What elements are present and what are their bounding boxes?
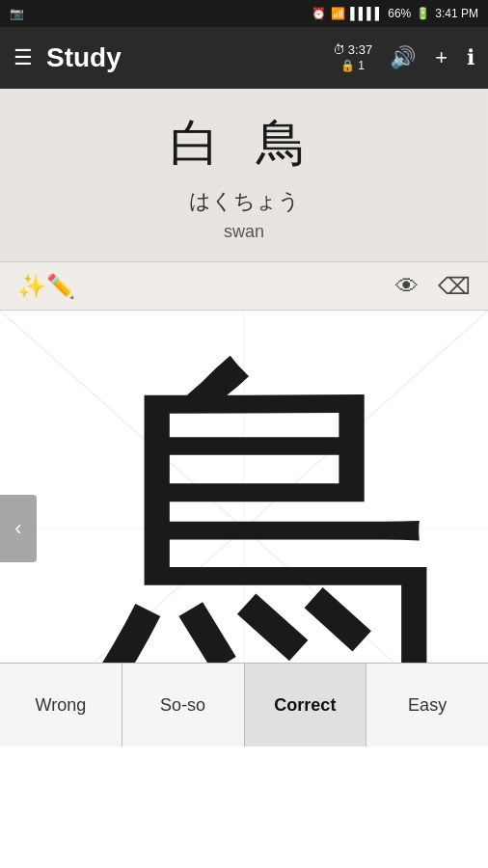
nav-actions: 🔊 + ℹ xyxy=(390,45,474,70)
easy-label: Easy xyxy=(408,695,447,716)
tool-bar: ✨✏️ 👁 ⌫ xyxy=(0,262,488,311)
timer-display: ⏱ 3:37 🔒 1 xyxy=(333,42,372,73)
add-icon[interactable]: + xyxy=(435,45,447,70)
status-bar: 📷 ⏰ 📶 ▌▌▌▌ 66% 🔋 3:41 PM xyxy=(0,0,488,27)
correct-label: Correct xyxy=(274,695,336,716)
magic-wand-icon[interactable]: ✨✏️ xyxy=(17,273,75,300)
kanji-text: 白 鳥 xyxy=(19,110,469,177)
lock-count: 1 xyxy=(358,59,365,74)
wifi-icon: 📶 xyxy=(331,7,345,20)
eye-icon[interactable]: 👁 xyxy=(395,273,419,300)
battery-icon: 🔋 xyxy=(416,7,430,20)
photo-icon: 📷 xyxy=(10,7,24,20)
timer-value: 3:37 xyxy=(348,42,372,59)
answer-bar: Wrong So-so Correct Easy xyxy=(0,663,488,746)
writing-area[interactable]: 鳥 ‹ Wrong So-so Correct Easy xyxy=(0,311,488,746)
left-chevron-icon: ‹ xyxy=(14,516,21,541)
time-display: 3:41 PM xyxy=(435,7,478,20)
nav-bar: ☰ Study ⏱ 3:37 🔒 1 🔊 + ℹ xyxy=(0,27,488,89)
hamburger-menu[interactable]: ☰ xyxy=(14,45,33,70)
signal-icon: ▌▌▌▌ xyxy=(350,7,383,20)
wrong-label: Wrong xyxy=(36,695,87,716)
previous-button[interactable]: ‹ xyxy=(0,495,37,562)
meaning-text: swan xyxy=(19,222,469,242)
wrong-button[interactable]: Wrong xyxy=(0,664,122,746)
alarm-icon: ⏰ xyxy=(312,7,326,20)
tool-right: 👁 ⌫ xyxy=(395,273,471,300)
correct-button[interactable]: Correct xyxy=(245,664,367,746)
status-right: ⏰ 📶 ▌▌▌▌ 66% 🔋 3:41 PM xyxy=(312,7,478,20)
so-so-button[interactable]: So-so xyxy=(122,664,245,746)
lock-icon: 🔒 xyxy=(340,59,355,74)
battery-percent: 66% xyxy=(388,7,411,20)
easy-button[interactable]: Easy xyxy=(366,664,488,746)
reading-text: はくちょう xyxy=(19,187,469,216)
info-icon[interactable]: ℹ xyxy=(467,45,474,70)
flashcard: 白 鳥 はくちょう swan xyxy=(0,89,488,262)
timer-icon: ⏱ xyxy=(333,42,345,59)
eraser-icon[interactable]: ⌫ xyxy=(438,273,471,300)
volume-icon[interactable]: 🔊 xyxy=(390,45,416,70)
status-left: 📷 xyxy=(10,7,24,20)
page-title: Study xyxy=(46,42,333,73)
so-so-label: So-so xyxy=(160,695,205,716)
